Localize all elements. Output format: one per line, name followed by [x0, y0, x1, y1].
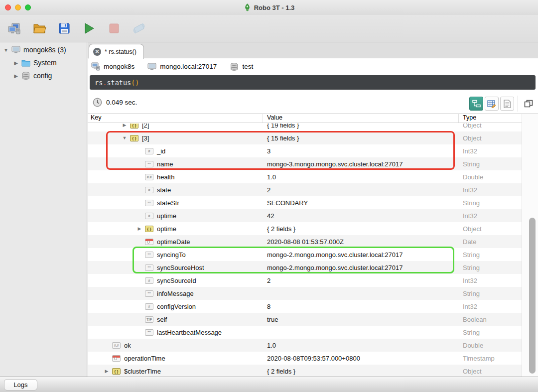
breadcrumb-server[interactable]: mongo.local:27017: [147, 63, 217, 71]
tree-view-icon: [472, 100, 481, 108]
row-type: Object: [459, 124, 522, 129]
tree-mode-button[interactable]: [469, 97, 483, 111]
query-text: rs.status(): [95, 79, 139, 87]
table-row[interactable]: ""lastHeartbeatMessageString: [88, 326, 522, 339]
table-mode-button[interactable]: [485, 97, 499, 111]
sidebar-item-label: mongok8s (3): [23, 46, 66, 54]
column-header-key[interactable]: Key: [88, 114, 263, 123]
table-row[interactable]: ""namemongo-3.mongo.mongo.svc.cluster.lo…: [88, 157, 522, 170]
table-row[interactable]: #configVersion8Int32: [88, 300, 522, 313]
breadcrumb-connection[interactable]: mongok8s: [91, 63, 134, 71]
table-row[interactable]: ▼{ }[3]{ 15 fields }Object: [88, 131, 522, 144]
query-editor[interactable]: rs.status(): [90, 75, 536, 90]
table-row[interactable]: ▶{ }optime{ 2 fields }Object: [88, 222, 522, 235]
sidebar-item-label: config: [33, 72, 52, 80]
table-row[interactable]: #.#health1.0Double: [88, 170, 522, 183]
tab-rs-status[interactable]: ✕ * rs.status(): [89, 44, 144, 59]
row-key: infoMessage: [157, 290, 194, 297]
table-row[interactable]: #.#ok1.0Double: [88, 339, 522, 352]
minimize-window-button[interactable]: [15, 4, 21, 10]
tab-content: ✕ * rs.status() mongok8s: [88, 42, 538, 377]
scrollbar-thumb[interactable]: [529, 218, 536, 374]
title-bar: Robo 3T - 1.3: [0, 0, 538, 15]
row-key: syncSourceId: [157, 277, 196, 284]
execute-button[interactable]: [82, 21, 97, 36]
text-mode-button[interactable]: [500, 97, 514, 111]
sidebar-item-config[interactable]: ▶ config: [0, 69, 87, 82]
robo3t-rocket-icon: [244, 3, 251, 11]
row-key: lastHeartbeatMessage: [157, 329, 222, 336]
sidebar-item-connection[interactable]: ▼ mongok8s (3): [0, 43, 87, 56]
row-key: $clusterTime: [124, 368, 161, 375]
row-key: optime: [157, 225, 176, 233]
result-panel: mongok8s mongo.local:27017 test: [88, 58, 538, 377]
result-toolbar: 0.049 sec.: [88, 91, 538, 114]
row-value: 1.0: [263, 342, 459, 349]
int-icon: #: [145, 277, 153, 284]
logs-button[interactable]: Logs: [4, 379, 37, 391]
scrollbar-track[interactable]: [522, 114, 538, 377]
open-connection-button[interactable]: [7, 21, 22, 36]
table-header: Key Value Type: [88, 114, 538, 123]
table-row[interactable]: T/FselftrueBoolean: [88, 313, 522, 326]
breadcrumb: mongok8s mongo.local:27017 test: [88, 58, 538, 75]
row-key: [2]: [142, 124, 149, 129]
row-value: { 19 fields }: [263, 124, 459, 129]
table-row[interactable]: #syncSourceId2Int32: [88, 274, 522, 287]
breadcrumb-label: mongo.local:27017: [160, 63, 217, 70]
row-value: mongo-2.mongo.mongo.svc.cluster.local:27…: [263, 251, 459, 259]
tab-close-icon[interactable]: ✕: [93, 48, 101, 56]
expander-icon[interactable]: ▶: [101, 369, 112, 374]
table-row[interactable]: ""syncingTomongo-2.mongo.mongo.svc.clust…: [88, 248, 522, 261]
table-row[interactable]: ▶{ }[2]{ 19 fields }Object: [88, 124, 522, 131]
table-row[interactable]: ""syncSourceHostmongo-2.mongo.mongo.svc.…: [88, 261, 522, 274]
text-view-icon: [504, 100, 511, 108]
table-row[interactable]: ""stateStrSECONDARYString: [88, 196, 522, 209]
orientation-button[interactable]: [132, 21, 146, 36]
row-key: health: [157, 173, 174, 181]
sidebar-item-system[interactable]: ▶ System: [0, 56, 87, 69]
column-header-value[interactable]: Value: [263, 114, 459, 123]
robo3t-window: Robo 3T - 1.3: [0, 0, 538, 392]
row-type: String: [459, 199, 522, 207]
table-row[interactable]: optimeDate2020-08-08 01:53:57.000ZDate: [88, 235, 522, 248]
table-row[interactable]: #state2Int32: [88, 183, 522, 196]
row-key: _id: [157, 147, 165, 155]
row-value: 1.0: [263, 173, 459, 181]
row-type: Boolean: [459, 316, 522, 323]
object-icon: { }: [130, 124, 138, 129]
zoom-window-button[interactable]: [25, 4, 31, 10]
close-window-button[interactable]: [5, 4, 11, 10]
row-key: [3]: [142, 134, 149, 142]
expander-icon[interactable]: ▶: [11, 73, 21, 79]
status-bar: Logs: [0, 377, 538, 392]
string-icon: "": [145, 264, 153, 271]
table-row[interactable]: #_id3Int32: [88, 144, 522, 157]
expand-window-icon: [524, 100, 533, 108]
table-view-icon: [487, 100, 496, 108]
breadcrumb-database[interactable]: test: [230, 63, 253, 71]
row-key: state: [157, 186, 171, 194]
expander-icon[interactable]: ▼: [119, 135, 130, 140]
expander-icon[interactable]: ▶: [11, 60, 21, 66]
expander-icon[interactable]: ▶: [119, 124, 130, 128]
table-row[interactable]: #uptime42Int32: [88, 209, 522, 222]
row-value: 42: [263, 212, 459, 220]
table-row[interactable]: operationTime2020-08-08T09:53:57.000+080…: [88, 352, 522, 365]
table-row[interactable]: ▶{ }$clusterTime{ 2 fields }Object: [88, 365, 522, 377]
table-row[interactable]: ""infoMessageString: [88, 287, 522, 300]
row-type: Double: [459, 173, 522, 181]
row-value: { 2 fields }: [263, 225, 459, 233]
row-key: stateStr: [157, 199, 179, 207]
open-file-button[interactable]: [32, 21, 47, 36]
int-icon: #: [145, 303, 153, 310]
expander-icon[interactable]: ▼: [1, 47, 11, 53]
expand-results-button[interactable]: [522, 97, 536, 111]
save-button[interactable]: [57, 21, 72, 36]
string-icon: "": [145, 329, 153, 336]
row-type: Object: [459, 368, 522, 375]
expander-icon[interactable]: ▶: [134, 226, 145, 231]
divider: [518, 96, 518, 112]
stop-button[interactable]: [107, 21, 122, 36]
row-type: Int32: [459, 303, 522, 310]
